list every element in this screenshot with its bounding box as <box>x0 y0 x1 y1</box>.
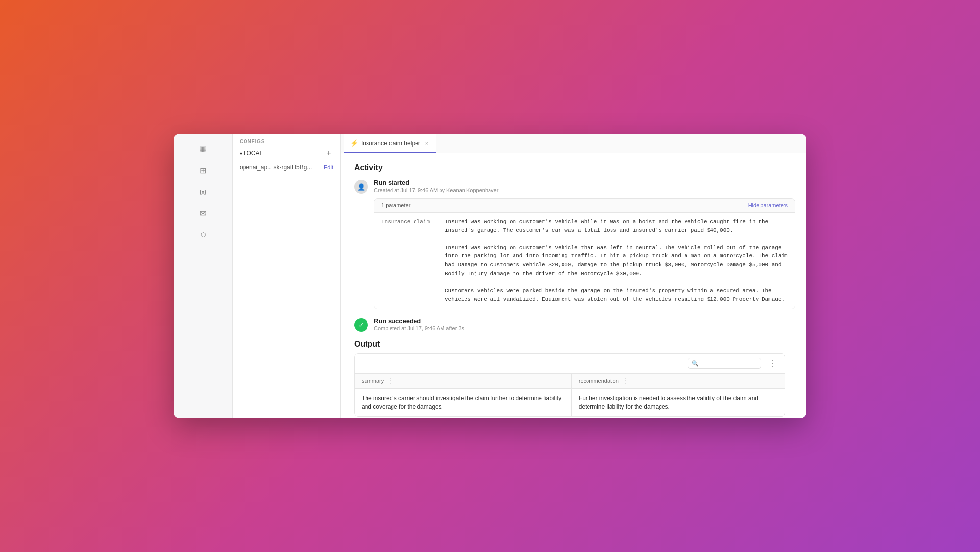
col-summary-header: summary ⋮ <box>355 374 571 389</box>
tab-insurance-claim-helper[interactable]: ⚡ Insurance claim helper × <box>344 134 436 153</box>
run-succeeded-label: Run succeeded <box>374 317 464 325</box>
table-toolbar: 🔍 ⋮ <box>355 354 785 374</box>
col-resize-summary[interactable]: ⋮ <box>385 377 395 384</box>
run-started-label: Run started <box>374 179 795 186</box>
col-resize-recommendation[interactable]: ⋮ <box>620 377 630 384</box>
search-icon: 🔍 <box>692 360 699 367</box>
configs-label: CONFIGS <box>233 134 340 146</box>
edit-link[interactable]: Edit <box>324 164 333 170</box>
param-name: Insurance claim <box>381 218 435 304</box>
run-succeeded-meta: Completed at Jul 17, 9:46 AM after 3s <box>374 326 464 331</box>
main-content: ⚡ Insurance claim helper × Activity 👤 Ru… <box>341 134 806 418</box>
output-table-container: 🔍 ⋮ summary ⋮ recommendation <box>354 353 785 417</box>
table-row: The insured's carrier should investigate… <box>355 388 785 416</box>
params-body: Insurance claim Insured was working on c… <box>374 213 795 309</box>
table-more-button[interactable]: ⋮ <box>765 358 779 369</box>
database-icon[interactable]: ⊞ <box>195 161 212 179</box>
output-title: Output <box>354 340 792 349</box>
local-label: LOCAL <box>240 150 263 157</box>
success-icon: ✓ <box>354 318 368 332</box>
config-name: openai_ap... sk-rgatLf5Bg... <box>240 164 312 171</box>
cell-recommendation: Further investigation is needed to asses… <box>571 388 785 416</box>
run-succeeded-item: ✓ Run succeeded Completed at Jul 17, 9:4… <box>354 317 792 332</box>
add-config-button[interactable]: + <box>324 149 333 158</box>
sidebar: ▦ ⊞ {x} ✉ ⬡ <box>174 134 233 418</box>
params-count: 1 parameter <box>381 202 410 208</box>
left-panel: CONFIGS LOCAL + openai_ap... sk-rgatLf5B… <box>233 134 341 418</box>
table-search-input[interactable] <box>688 358 761 369</box>
parameters-box: 1 parameter Hide parameters Insurance cl… <box>374 198 795 309</box>
run-started-item: 👤 Run started Created at Jul 17, 9:46 AM… <box>354 179 792 309</box>
content-area: Activity 👤 Run started Created at Jul 17… <box>341 153 806 418</box>
table-header-row: summary ⋮ recommendation ⋮ <box>355 374 785 389</box>
col-recommendation-header: recommendation ⋮ <box>571 374 785 389</box>
param-value: Insured was working on customer's vehicl… <box>445 218 788 304</box>
tab-label: Insurance claim helper <box>361 140 420 147</box>
tab-close-button[interactable]: × <box>423 139 430 147</box>
app-window: ▦ ⊞ {x} ✉ ⬡ CONFIGS LOCAL + openai_ap...… <box>174 134 806 418</box>
user-avatar: 👤 <box>354 180 368 194</box>
run-succeeded-info: Run succeeded Completed at Jul 17, 9:46 … <box>374 317 464 331</box>
params-header: 1 parameter Hide parameters <box>374 199 795 213</box>
cell-summary: The insured's carrier should investigate… <box>355 388 571 416</box>
variable-icon[interactable]: {x} <box>195 183 212 201</box>
hide-params-button[interactable]: Hide parameters <box>748 202 788 208</box>
search-wrapper: 🔍 <box>688 358 761 369</box>
tab-bar: ⚡ Insurance claim helper × <box>341 134 806 153</box>
share-icon[interactable]: ⬡ <box>195 226 212 244</box>
message-icon[interactable]: ✉ <box>195 204 212 222</box>
grid-icon[interactable]: ▦ <box>195 140 212 157</box>
run-started-meta: Created at Jul 17, 9:46 AM by Keanan Kop… <box>374 187 795 193</box>
output-table: summary ⋮ recommendation ⋮ The insured's… <box>355 374 785 416</box>
run-started-info: Run started Created at Jul 17, 9:46 AM b… <box>374 179 795 309</box>
lightning-icon: ⚡ <box>350 139 358 147</box>
local-section: LOCAL + <box>233 146 340 161</box>
config-item[interactable]: openai_ap... sk-rgatLf5Bg... Edit <box>233 161 340 174</box>
activity-title: Activity <box>354 163 792 172</box>
